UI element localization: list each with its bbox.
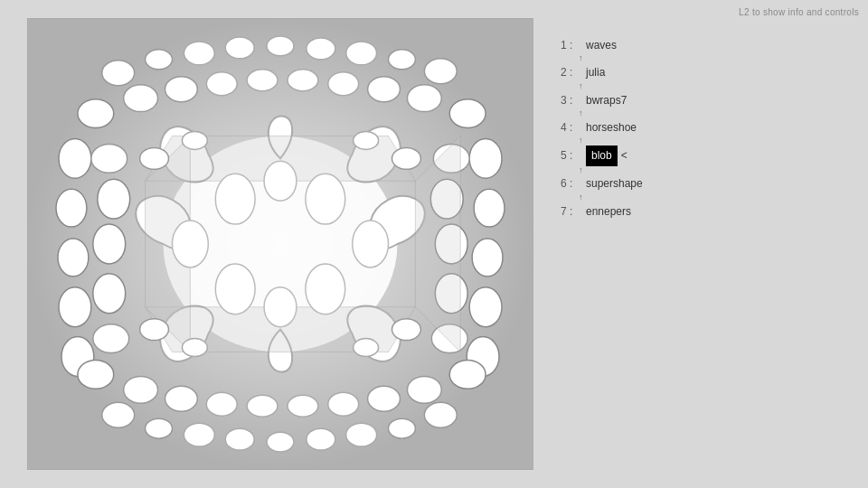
menu-arrow: ↑ bbox=[579, 54, 643, 63]
svg-point-53 bbox=[93, 274, 126, 314]
menu-item-number: 1 : bbox=[561, 36, 586, 54]
svg-point-66 bbox=[392, 147, 421, 169]
svg-point-16 bbox=[288, 70, 318, 91]
svg-point-47 bbox=[368, 386, 401, 411]
svg-point-38 bbox=[389, 418, 416, 438]
svg-point-79 bbox=[264, 287, 297, 327]
svg-point-35 bbox=[267, 432, 294, 452]
menu-arrow: ↑ bbox=[579, 82, 643, 91]
svg-point-46 bbox=[328, 392, 359, 416]
svg-point-77 bbox=[353, 221, 389, 267]
menu-item-number: 6 : bbox=[561, 174, 586, 192]
svg-point-34 bbox=[225, 428, 254, 450]
svg-point-76 bbox=[172, 221, 208, 267]
menu-item-ennepers[interactable]: 7 : ennepers bbox=[561, 202, 643, 221]
svg-point-75 bbox=[306, 264, 345, 314]
svg-point-6 bbox=[267, 36, 294, 56]
menu-item-number: 2 : bbox=[561, 63, 586, 81]
active-indicator: < bbox=[621, 146, 627, 164]
menu-item-horseshoe[interactable]: 4 : horseshoe bbox=[561, 118, 643, 136]
svg-point-19 bbox=[407, 85, 441, 112]
menu-item-waves[interactable]: 1 : waves bbox=[561, 36, 643, 54]
menu-item-label: julia bbox=[586, 63, 605, 81]
menu-item-blob[interactable]: 5 : blob < bbox=[561, 145, 643, 165]
svg-point-71 bbox=[354, 339, 379, 357]
svg-point-36 bbox=[307, 428, 335, 450]
menu-item-number: 7 : bbox=[561, 202, 586, 221]
svg-point-5 bbox=[225, 37, 254, 59]
svg-point-42 bbox=[165, 386, 198, 411]
svg-point-68 bbox=[182, 132, 207, 150]
svg-point-13 bbox=[165, 77, 198, 102]
svg-point-7 bbox=[307, 38, 335, 60]
svg-point-78 bbox=[264, 161, 297, 201]
svg-point-39 bbox=[424, 402, 457, 427]
svg-point-15 bbox=[247, 70, 278, 91]
menu-arrow: ↑ bbox=[579, 109, 643, 118]
svg-point-18 bbox=[368, 77, 401, 102]
svg-point-28 bbox=[472, 239, 503, 277]
svg-point-54 bbox=[93, 324, 129, 353]
svg-point-48 bbox=[407, 376, 441, 403]
menu-arrow: ↑ bbox=[579, 193, 643, 202]
svg-point-27 bbox=[474, 189, 505, 227]
svg-point-31 bbox=[102, 402, 135, 427]
svg-point-43 bbox=[206, 392, 237, 416]
menu-list: 1 : waves↑2 : julia↑3 : bwraps7↑4 : hors… bbox=[561, 36, 643, 221]
svg-point-22 bbox=[56, 189, 87, 227]
svg-point-69 bbox=[354, 132, 379, 150]
hint-text: L2 to show info and controls bbox=[739, 7, 859, 17]
svg-point-65 bbox=[140, 319, 169, 341]
svg-point-9 bbox=[389, 50, 416, 70]
visualization-area bbox=[27, 18, 533, 470]
svg-point-17 bbox=[328, 72, 359, 96]
menu-arrow: ↑ bbox=[579, 166, 643, 175]
svg-point-3 bbox=[146, 50, 173, 70]
menu-item-number: 3 : bbox=[561, 91, 586, 109]
svg-point-21 bbox=[59, 138, 91, 178]
menu-item-julia[interactable]: 2 : julia bbox=[561, 63, 643, 81]
svg-point-51 bbox=[98, 179, 130, 219]
svg-point-41 bbox=[124, 376, 158, 403]
svg-point-67 bbox=[392, 319, 421, 341]
menu-item-supershape[interactable]: 6 : supershape bbox=[561, 174, 643, 192]
svg-point-40 bbox=[78, 360, 114, 389]
menu-item-label: waves bbox=[586, 36, 617, 54]
svg-point-52 bbox=[93, 224, 126, 264]
menu-arrow: ↑ bbox=[579, 136, 643, 145]
svg-point-73 bbox=[306, 174, 345, 224]
svg-point-20 bbox=[449, 99, 486, 128]
menu-item-number: 5 : bbox=[561, 146, 586, 164]
svg-point-50 bbox=[91, 144, 127, 173]
svg-point-44 bbox=[247, 395, 278, 417]
menu-item-bwraps7[interactable]: 3 : bwraps7 bbox=[561, 91, 643, 109]
svg-point-49 bbox=[449, 360, 486, 389]
svg-point-64 bbox=[140, 147, 169, 169]
svg-point-32 bbox=[146, 418, 173, 438]
svg-point-8 bbox=[346, 42, 377, 65]
svg-point-29 bbox=[469, 287, 502, 327]
menu-item-label: ennepers bbox=[586, 202, 631, 221]
menu-item-label: bwraps7 bbox=[586, 91, 627, 109]
svg-point-45 bbox=[288, 395, 318, 417]
menu-item-label: supershape bbox=[586, 174, 643, 192]
svg-point-24 bbox=[59, 287, 91, 327]
svg-point-26 bbox=[469, 138, 502, 178]
menu-item-label: blob bbox=[586, 145, 618, 165]
svg-point-23 bbox=[58, 239, 89, 277]
svg-point-37 bbox=[346, 423, 377, 446]
svg-point-11 bbox=[78, 99, 114, 128]
svg-point-14 bbox=[206, 72, 237, 96]
svg-point-72 bbox=[215, 174, 255, 224]
svg-point-74 bbox=[215, 264, 255, 314]
svg-point-2 bbox=[102, 61, 135, 86]
menu-item-number: 4 : bbox=[561, 118, 586, 136]
svg-point-12 bbox=[124, 85, 158, 112]
svg-point-70 bbox=[182, 339, 207, 357]
svg-point-4 bbox=[184, 42, 214, 65]
menu-item-label: horseshoe bbox=[586, 118, 637, 136]
svg-point-10 bbox=[424, 59, 457, 84]
svg-point-33 bbox=[184, 423, 214, 446]
